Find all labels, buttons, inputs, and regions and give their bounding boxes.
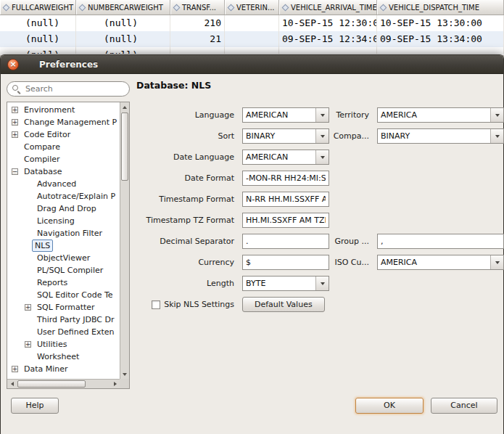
tree-item-user-defined-exten[interactable]: User Defined Exten <box>9 326 119 338</box>
tree-item-code-editor[interactable]: +Code Editor <box>9 128 119 141</box>
tree-item-change-management-p[interactable]: +Change Management P <box>9 116 119 128</box>
table-cell[interactable]: 210 <box>170 15 225 31</box>
column-header[interactable]: VEHICLE_ARRIVAL_TIME <box>279 0 377 15</box>
tree-item-navigation-filter[interactable]: Navigation Filter <box>9 227 119 239</box>
tree-item-database[interactable]: −Database <box>9 165 119 178</box>
iso-currency-combo[interactable]: AMERICA <box>377 255 504 270</box>
tree-item-compare[interactable]: Compare <box>9 141 119 153</box>
column-header[interactable]: FULLCARWEIGHT <box>0 0 76 15</box>
table-cell[interactable]: 10-SEP-15 13:30:00 <box>377 15 504 31</box>
tree-item-sql-formatter[interactable]: +SQL Formatter <box>9 301 119 314</box>
tree-item-environment[interactable]: +Environment <box>9 104 119 116</box>
close-button[interactable]: × <box>7 59 19 70</box>
language-combo[interactable]: AMERICAN <box>242 107 329 123</box>
tree-item-sql-editor-code-te[interactable]: SQL Editor Code Te <box>9 289 119 301</box>
territory-combo[interactable]: AMERICA <box>377 107 504 123</box>
skip-nls-wrap: Skip NLS Settings <box>135 300 240 309</box>
chevron-down-icon[interactable] <box>315 277 329 290</box>
decimal-separator-input[interactable] <box>242 234 329 249</box>
scroll-down-icon[interactable] <box>120 369 129 379</box>
date-format-input[interactable] <box>242 171 329 186</box>
length-combo[interactable]: BYTE <box>242 276 329 291</box>
sort-combo[interactable]: BINARY <box>242 128 329 144</box>
table-row[interactable]: (null)(null)21010-SEP-15 12:30:0010-SEP-… <box>0 15 504 31</box>
expand-icon[interactable]: + <box>25 341 31 348</box>
timestamp-tz-format-input[interactable] <box>242 213 329 228</box>
dialog-titlebar[interactable]: × Preferences <box>1 55 503 74</box>
tree-item-label: Database <box>22 166 65 177</box>
timestamp-format-input[interactable] <box>242 192 329 207</box>
table-cell[interactable] <box>225 47 279 54</box>
table-cell[interactable]: (null) <box>0 47 76 54</box>
tree-item-data-modeler[interactable]: +Data Modeler <box>9 375 119 378</box>
table-cell[interactable]: (null) <box>0 15 76 31</box>
tree-item-worksheet[interactable]: Worksheet <box>9 351 119 363</box>
table-cell[interactable]: (null) <box>0 31 76 47</box>
chevron-down-icon[interactable] <box>315 108 329 122</box>
column-header[interactable]: VEHICLE_DISPATCH_TIME <box>377 0 504 15</box>
currency-input[interactable] <box>242 255 329 270</box>
tree-item-data-miner[interactable]: +Data Miner <box>9 363 119 375</box>
table-cell[interactable]: 10-SEP-15 12:30:00 <box>279 15 377 31</box>
column-header[interactable]: VETERIN... <box>225 0 279 15</box>
group-separator-label: Group ... <box>329 237 375 246</box>
chevron-down-icon[interactable] <box>315 129 329 143</box>
tree-item-utilities[interactable]: +Utilities <box>9 338 119 351</box>
data-grid: FULLCARWEIGHTNUMBERCARWEIGHTTRANSF...VET… <box>0 0 504 55</box>
horizontal-scrollbar[interactable] <box>7 379 120 388</box>
chevron-down-icon[interactable] <box>490 255 503 269</box>
search-input[interactable] <box>24 83 124 94</box>
comparison-label: Compa... <box>329 131 375 141</box>
chevron-down-icon[interactable] <box>490 108 503 122</box>
scroll-left-icon[interactable] <box>7 380 17 388</box>
tree-item-reports[interactable]: Reports <box>9 277 119 289</box>
tree-item-compiler[interactable]: Compiler <box>9 153 119 165</box>
chevron-down-icon[interactable] <box>490 129 503 143</box>
comparison-combo[interactable]: BINARY <box>377 128 504 144</box>
expand-icon[interactable]: + <box>12 131 18 138</box>
search-box[interactable] <box>7 81 130 97</box>
sort-icon <box>282 4 289 11</box>
table-row[interactable]: (null)(null)2109-SEP-15 12:34:0009-SEP-1… <box>0 31 504 47</box>
horizontal-scrollbar-thumb[interactable] <box>17 380 86 388</box>
tree-item-drag-and-drop[interactable]: Drag And Drop <box>9 202 119 215</box>
table-row[interactable]: (null)(null) <box>0 47 504 54</box>
table-cell[interactable]: (null) <box>76 47 170 54</box>
scroll-up-icon[interactable] <box>120 102 129 112</box>
group-separator-input[interactable] <box>377 234 504 249</box>
table-cell[interactable]: 21 <box>170 31 225 47</box>
collapse-icon[interactable]: − <box>12 168 18 175</box>
skip-nls-checkbox[interactable] <box>152 300 160 309</box>
vertical-scrollbar-thumb[interactable] <box>121 112 128 181</box>
table-cell[interactable] <box>170 47 225 54</box>
help-button[interactable]: Help <box>11 398 59 414</box>
tree-item-pl-sql-compiler[interactable]: PL/SQL Compiler <box>9 264 119 277</box>
vertical-scrollbar[interactable] <box>120 102 129 379</box>
date-language-combo[interactable]: AMERICAN <box>242 150 329 165</box>
column-header[interactable]: TRANSF... <box>170 0 225 15</box>
chevron-down-icon[interactable] <box>315 150 329 164</box>
table-cell[interactable] <box>225 31 279 47</box>
expand-icon[interactable]: + <box>25 304 31 311</box>
cancel-button[interactable]: Cancel <box>431 398 497 414</box>
table-cell[interactable] <box>279 47 377 54</box>
table-cell[interactable]: (null) <box>76 31 170 47</box>
tree-item-advanced[interactable]: Advanced <box>9 178 119 190</box>
expand-icon[interactable]: + <box>12 119 18 126</box>
tree-item-nls[interactable]: NLS <box>9 239 119 252</box>
scroll-right-icon[interactable] <box>110 380 120 388</box>
default-values-button[interactable]: Default Values <box>242 297 325 312</box>
table-cell[interactable]: 09-SEP-15 13:34:00 <box>377 31 504 47</box>
ok-button[interactable]: OK <box>355 398 424 414</box>
table-cell[interactable]: 09-SEP-15 12:34:00 <box>279 31 377 47</box>
tree-item-objectviewer[interactable]: ObjectViewer <box>9 252 119 264</box>
tree-item-third-party-jdbc-dr[interactable]: Third Party JDBC Dr <box>9 314 119 326</box>
expand-icon[interactable]: + <box>12 107 18 113</box>
table-cell[interactable] <box>377 47 504 54</box>
table-cell[interactable] <box>225 15 279 31</box>
column-header[interactable]: NUMBERCARWEIGHT <box>76 0 170 15</box>
tree-item-licensing[interactable]: Licensing <box>9 215 119 227</box>
table-cell[interactable]: (null) <box>76 15 170 31</box>
expand-icon[interactable]: + <box>12 366 18 372</box>
tree-item-autotrace-explain-p[interactable]: Autotrace/Explain P <box>9 190 119 202</box>
